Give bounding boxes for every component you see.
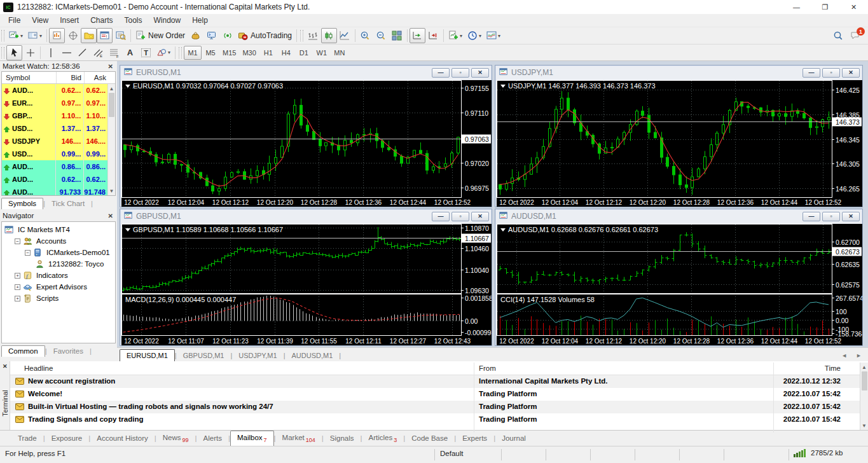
mail-row[interactable]: Trading Signals and copy tradingTrading …: [10, 413, 860, 426]
profiles-button[interactable]: ▾: [25, 28, 45, 43]
trendline-tool[interactable]: [74, 45, 90, 60]
horizontal-line-tool[interactable]: [59, 45, 74, 60]
market-watch-row[interactable]: GBP...1.10...1.10...: [2, 109, 107, 122]
timeframe-h1[interactable]: H1: [259, 46, 277, 60]
menu-help[interactable]: Help: [186, 14, 214, 27]
chart-window-titlebar[interactable]: USDJPY,M1—▫✕: [495, 66, 862, 79]
chart-restore-button[interactable]: ▫: [451, 68, 469, 78]
chart-minimize-button[interactable]: —: [803, 68, 820, 78]
chart-tab-usdjpym1[interactable]: USDJPY,M1: [232, 350, 283, 361]
tabs-scroll-right-icon[interactable]: ►: [856, 352, 862, 359]
text-tool[interactable]: A: [122, 45, 138, 60]
menu-window[interactable]: Window: [148, 14, 187, 27]
tree-item-12132882-toyco[interactable]: 12132882: Toyco: [3, 258, 115, 270]
timeframe-m30[interactable]: M30: [239, 46, 259, 60]
terminal-scrollbar[interactable]: ▲▼: [860, 363, 868, 430]
timeframe-h4[interactable]: H4: [277, 46, 295, 60]
market-watch-row[interactable]: EUR...0.97...0.97...: [2, 97, 107, 109]
tree-item-scripts[interactable]: +Scripts: [3, 293, 115, 304]
mail-row[interactable]: Built-in Virtual Hosting — trading robot…: [10, 401, 860, 413]
market-watch-row[interactable]: USD...0.99...0.99...: [2, 148, 107, 160]
chart-window-titlebar[interactable]: AUDUSD,M1—▫✕: [495, 209, 862, 223]
search-button[interactable]: [830, 28, 846, 43]
chart-minimize-button[interactable]: —: [432, 212, 450, 221]
expand-icon[interactable]: +: [15, 296, 20, 301]
terminal-tab-experts[interactable]: Experts: [456, 432, 493, 445]
cursor-tool[interactable]: [6, 45, 22, 60]
chart-minimize-button[interactable]: —: [432, 68, 450, 78]
expand-icon[interactable]: +: [15, 284, 20, 290]
label-tool[interactable]: T: [138, 45, 154, 60]
indicators-button[interactable]: ▾: [446, 28, 465, 43]
charts-profile-toggle[interactable]: [49, 28, 65, 43]
chart-shift-toggle[interactable]: [425, 28, 441, 43]
chart-minimize-button[interactable]: —: [803, 212, 820, 221]
menu-tools[interactable]: Tools: [119, 14, 148, 27]
column-from[interactable]: From: [479, 364, 496, 372]
line-chart-button[interactable]: [337, 28, 353, 43]
scroll-up-icon[interactable]: ▲: [860, 363, 868, 371]
expand-icon[interactable]: +: [15, 273, 20, 279]
tab-tick-chart[interactable]: Tick Chart: [45, 198, 91, 209]
terminal-tab-journal[interactable]: Journal: [495, 432, 532, 445]
shapes-tool[interactable]: ▾: [154, 45, 173, 60]
scroll-down-icon[interactable]: ▼: [108, 186, 115, 195]
column-time[interactable]: Time: [825, 364, 841, 372]
chart-close-button[interactable]: ✕: [842, 212, 860, 221]
chart-window-titlebar[interactable]: GBPUSD,M1—▫✕: [120, 209, 492, 223]
favorites-toggle[interactable]: [81, 28, 97, 43]
terminal-close-icon[interactable]: ✕: [3, 363, 8, 370]
mail-row[interactable]: Welcome!Trading Platform2022.10.07 15:42: [10, 388, 860, 401]
tree-item-accounts[interactable]: −Accounts: [3, 235, 115, 247]
scroll-up-icon[interactable]: ▲: [108, 84, 115, 93]
chart-canvas[interactable]: 1.108701.104601.100401.096301.106670.001…: [121, 224, 490, 344]
navigator-close-icon[interactable]: ✕: [108, 212, 114, 219]
collapse-icon[interactable]: −: [25, 250, 31, 256]
market-watch-row[interactable]: AUD...0.62...0.62...: [2, 173, 107, 186]
tree-item-expert-advisors[interactable]: +Expert Advisors: [3, 281, 115, 293]
bar-chart-button[interactable]: [305, 28, 321, 43]
menu-file[interactable]: File: [3, 14, 26, 27]
market-watch-row[interactable]: USDJPY146....146....: [2, 135, 107, 148]
tree-item-icmarkets-demo01[interactable]: −ICMarkets-Demo01: [3, 247, 115, 258]
chart-tab-eurusdm1[interactable]: EURUSD,M1: [120, 349, 175, 361]
column-header-symbol[interactable]: Symbol: [2, 72, 57, 83]
terminal-tab-news[interactable]: News99: [156, 431, 195, 446]
maximize-button[interactable]: ❐: [811, 0, 839, 14]
periods-button[interactable]: ▾: [465, 28, 484, 43]
new-order-button[interactable]: New Order: [133, 28, 188, 43]
timeframe-m1[interactable]: M1: [184, 46, 202, 60]
timeframe-m15[interactable]: M15: [219, 46, 239, 60]
market-watch-row[interactable]: AUD...91.73391.748: [2, 186, 107, 195]
zoom-out-button[interactable]: [373, 28, 389, 43]
terminal-tab-market[interactable]: Market104: [276, 431, 322, 446]
channel-tool[interactable]: E: [90, 45, 106, 60]
timeframe-mn[interactable]: MN: [331, 46, 348, 60]
tabs-scroll-left-icon[interactable]: ◄: [841, 352, 847, 359]
chart-restore-button[interactable]: ▫: [822, 212, 840, 221]
terminal-toggle[interactable]: [203, 28, 219, 43]
crosshair-mode-button[interactable]: [65, 28, 81, 43]
terminal-tab-code-base[interactable]: Code Base: [405, 432, 454, 445]
chart-tab-audusdm1[interactable]: AUDUSD,M1: [286, 350, 340, 361]
terminal-tab-articles[interactable]: Articles3: [362, 431, 404, 446]
timeframe-d1[interactable]: D1: [295, 46, 313, 60]
timeframe-m5[interactable]: M5: [202, 46, 219, 60]
tree-item-indicators[interactable]: +fIndicators: [3, 270, 115, 281]
market-watch-row[interactable]: USD...1.37...1.37...: [2, 122, 107, 135]
candlestick-chart-button[interactable]: [321, 28, 337, 43]
auto-scroll-toggle[interactable]: [410, 28, 425, 43]
menu-view[interactable]: View: [26, 14, 54, 27]
column-header-bid[interactable]: Bid: [57, 72, 85, 83]
templates-button[interactable]: ▾: [484, 28, 503, 43]
chart-restore-button[interactable]: ▫: [822, 68, 840, 78]
tab-symbols[interactable]: Symbols: [1, 198, 43, 209]
scroll-thumb[interactable]: [109, 93, 114, 117]
close-button[interactable]: ✕: [839, 0, 868, 14]
market-watch-row[interactable]: AUD...0.86...0.86...: [2, 160, 107, 173]
chart-tab-gbpusdm1[interactable]: GBPUSD,M1: [177, 350, 231, 361]
chart-close-button[interactable]: ✕: [842, 68, 860, 78]
minimize-button[interactable]: —: [782, 0, 811, 14]
terminal-tab-alerts[interactable]: Alerts: [197, 432, 228, 445]
chart-close-button[interactable]: ✕: [471, 212, 489, 221]
